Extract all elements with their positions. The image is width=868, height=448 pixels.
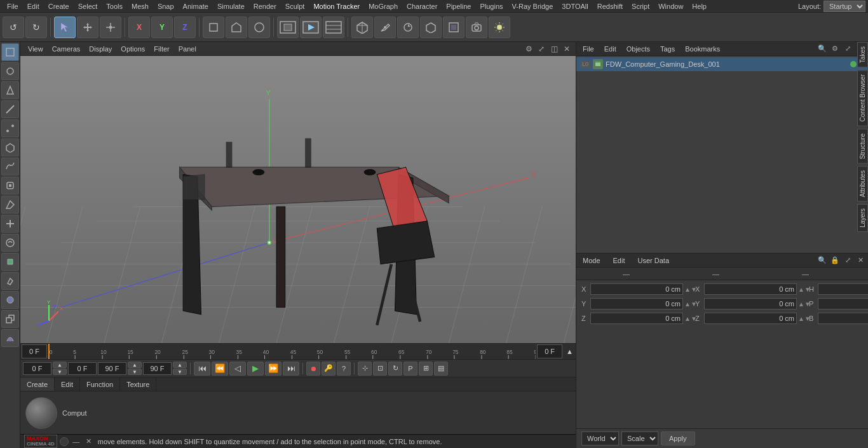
redo-button[interactable]: ↻ (25, 17, 47, 38)
end-down-btn[interactable]: ▼ (128, 369, 142, 375)
material-ball[interactable] (25, 397, 57, 429)
timeline-end-input[interactable] (537, 344, 562, 358)
coord-z-pos[interactable] (590, 313, 683, 324)
vp-menu-filter[interactable]: Filter (150, 42, 173, 55)
attr-lock-icon[interactable]: 🔒 (830, 255, 840, 266)
go-start-btn[interactable]: ⏮ (194, 362, 210, 376)
mat-tab-create[interactable]: Create (20, 377, 55, 391)
coord-y-pos[interactable] (590, 298, 683, 309)
light-btn[interactable] (489, 17, 510, 38)
paint-btn[interactable] (443, 17, 465, 38)
transport-frame-current[interactable] (23, 362, 51, 375)
attr-menu-mode[interactable]: Mode (579, 257, 604, 264)
frame-down-btn[interactable]: ▼ (53, 369, 67, 375)
undo-button[interactable]: ↺ (3, 17, 24, 38)
tool10[interactable] (1, 215, 19, 233)
object-row-desk[interactable]: L0 FDW_Computer_Gaming_Desk_001 (576, 57, 868, 71)
menu-script[interactable]: Script (627, 0, 654, 12)
menu-mograph[interactable]: MoGraph (364, 0, 402, 12)
tool8[interactable] (1, 177, 19, 194)
z-axis-button[interactable]: Z (174, 17, 196, 38)
end-up-btn[interactable]: ▲ (128, 362, 142, 368)
render-queue-btn[interactable] (323, 17, 344, 38)
menu-help[interactable]: Help (688, 0, 711, 12)
play-back-btn[interactable]: ◁ (229, 362, 246, 376)
end2-up-btn[interactable]: ▲ (173, 362, 187, 368)
attr-close-icon[interactable]: ✕ (855, 255, 865, 266)
menu-motion-tracker[interactable]: Motion Tracker (309, 0, 364, 12)
obj-menu-tags[interactable]: Tags (656, 45, 679, 53)
menu-edit[interactable]: Edit (23, 0, 44, 12)
menu-pipeline[interactable]: Pipeline (442, 0, 475, 12)
coord-x-pos[interactable] (590, 283, 683, 295)
record-btn[interactable]: ⏺ (306, 362, 320, 376)
trans-rotate-btn[interactable]: ↻ (388, 362, 402, 376)
coord-p[interactable] (818, 298, 868, 309)
timeline-frame-input[interactable] (22, 344, 47, 358)
attr-menu-edit[interactable]: Edit (609, 257, 629, 264)
tool9[interactable] (1, 196, 19, 214)
transport-frame-start[interactable] (68, 362, 97, 375)
play-forward-btn[interactable]: ▶ (247, 362, 264, 376)
vp-menu-display[interactable]: Display (85, 42, 116, 55)
vtab-structure[interactable]: Structure (857, 129, 868, 164)
coord-b[interactable] (818, 313, 868, 324)
vtab-takes[interactable]: Takes (857, 42, 868, 67)
vp-menu-view[interactable]: View (24, 42, 47, 55)
step-back-btn[interactable]: ⏪ (212, 362, 228, 376)
vtab-content-browser[interactable]: Content Browser (857, 70, 868, 126)
tool14[interactable] (1, 291, 19, 309)
obj-menu-edit[interactable]: Edit (600, 45, 620, 53)
trans-move-btn[interactable]: ⊹ (358, 362, 372, 376)
mat-tab-function[interactable]: Function (80, 377, 120, 391)
menu-create[interactable]: Create (44, 0, 74, 12)
mat-tab-texture[interactable]: Texture (120, 377, 156, 391)
point-mode-tool[interactable] (1, 119, 19, 137)
vtab-layers[interactable]: Layers (857, 204, 868, 232)
scale-dropdown[interactable]: Scale (621, 431, 658, 445)
object-type-btn3[interactable] (248, 17, 270, 38)
move-tool-button[interactable] (77, 17, 98, 38)
polygon-btn[interactable] (420, 17, 442, 38)
menu-tools[interactable]: Tools (102, 0, 127, 12)
cube-btn[interactable] (351, 17, 373, 38)
paint-mode-tool[interactable] (1, 81, 19, 99)
tool11[interactable] (1, 234, 19, 252)
obj-menu-file[interactable]: File (579, 45, 598, 53)
menu-3dtoall[interactable]: 3DTOAll (557, 0, 592, 12)
loop-btn[interactable] (397, 17, 419, 38)
tool12[interactable] (1, 253, 19, 271)
object-type-btn1[interactable] (203, 17, 224, 38)
viewport-canvas[interactable]: Perspective Grid Spacing : 100 cm (20, 56, 576, 343)
scale-tool-button[interactable] (100, 17, 121, 38)
trans-scale-btn[interactable]: ⊡ (373, 362, 387, 376)
tool15[interactable] (1, 310, 19, 328)
menu-vray[interactable]: V-Ray Bridge (508, 0, 558, 12)
menu-redshift[interactable]: Redshift (593, 0, 627, 12)
attr-search-icon[interactable]: 🔍 (817, 255, 827, 266)
vp-icon-settings[interactable]: ⚙ (524, 44, 534, 54)
tool13[interactable] (1, 272, 19, 290)
camera-btn[interactable] (466, 17, 487, 38)
coord-y-rot[interactable] (704, 298, 797, 309)
menu-render[interactable]: Render (249, 0, 281, 12)
dot-green[interactable] (850, 61, 857, 67)
object-type-btn2[interactable] (226, 17, 247, 38)
obj-menu-bookmarks[interactable]: Bookmarks (681, 45, 724, 53)
apply-button[interactable]: Apply (661, 431, 695, 445)
layout-dropdown[interactable]: Startup (824, 1, 865, 12)
obj-search-icon[interactable]: 🔍 (817, 44, 827, 54)
vp-menu-panel[interactable]: Panel (175, 42, 200, 55)
auto-key-btn[interactable]: 🔑 (322, 362, 336, 376)
vp-icon-lock[interactable]: ◫ (549, 44, 559, 54)
world-dropdown[interactable]: World (581, 431, 619, 445)
status-minimize-btn[interactable]: — (71, 437, 81, 447)
mat-tab-edit[interactable]: Edit (55, 377, 80, 391)
menu-plugins[interactable]: Plugins (475, 0, 507, 12)
menu-simulate[interactable]: Simulate (213, 0, 249, 12)
menu-snap[interactable]: Snap (153, 0, 179, 12)
coord-h[interactable] (818, 283, 868, 295)
vp-icon-arrows[interactable]: ⤢ (536, 44, 546, 54)
render-region-btn[interactable] (277, 17, 299, 38)
timeline-ruler[interactable]: 0 5 10 15 20 25 30 35 (48, 344, 536, 359)
